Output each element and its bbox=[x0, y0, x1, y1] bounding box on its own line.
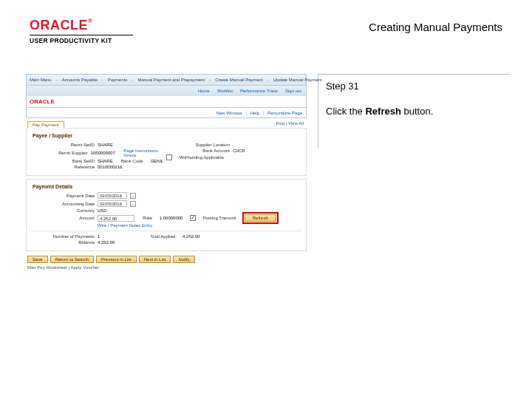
instruction-bold: Refresh bbox=[365, 106, 400, 117]
breadcrumb[interactable]: Create Manual Payment bbox=[215, 78, 263, 82]
withholding-checkbox[interactable] bbox=[166, 154, 172, 160]
section-title: Payment Details bbox=[33, 184, 301, 189]
num-payments-value: 1 bbox=[98, 234, 100, 239]
instruction-pre: Click the bbox=[326, 106, 365, 117]
util-link-perf[interactable]: Performance Trace bbox=[240, 89, 278, 93]
instruction-text: Click the Refresh button. bbox=[326, 105, 502, 119]
balance-value: 4,252.00 bbox=[98, 240, 115, 245]
divider bbox=[31, 231, 301, 231]
total-applied-value: 4,252.00 bbox=[183, 234, 200, 239]
app-util-bar: Home Worklist Performance Trace Sign out bbox=[26, 86, 307, 96]
chevron-right-icon: › bbox=[132, 78, 133, 82]
toolbar-new-window[interactable]: New Window bbox=[213, 111, 247, 115]
breadcrumb[interactable]: Payments bbox=[108, 78, 128, 82]
save-button[interactable]: Save bbox=[27, 256, 48, 263]
toolbar-personalize[interactable]: Personalize Page bbox=[264, 111, 306, 115]
find-view-all-link[interactable]: Find | View All bbox=[276, 121, 304, 126]
app-logo-row: ORACLE bbox=[26, 96, 307, 108]
rate-label: Rate bbox=[143, 216, 152, 220]
notify-button[interactable]: Notify bbox=[173, 256, 194, 263]
payment-date-field[interactable]: 02/05/2016 bbox=[98, 192, 127, 199]
payment-details-panel: Payment Details Payment Date02/05/2016 A… bbox=[26, 179, 307, 251]
breadcrumb[interactable]: Main Menu bbox=[30, 78, 52, 82]
refresh-button[interactable]: Refresh bbox=[245, 214, 276, 222]
toolbar-help[interactable]: Help bbox=[247, 111, 264, 115]
instruction-panel: Step 31 Click the Refresh button. bbox=[318, 74, 510, 149]
payee-panel: Payee / Supplier Remit SetIDSHARE Remit … bbox=[26, 128, 307, 176]
amount-field[interactable]: 4,252.00 bbox=[98, 215, 134, 222]
total-applied-label: Total Applied bbox=[150, 234, 175, 239]
bank-code-label: Bank Code bbox=[121, 159, 143, 163]
brand-subtitle: USER PRODUCTIVITY KIT bbox=[30, 37, 133, 44]
instruction-post: button. bbox=[401, 106, 433, 117]
page-title: Creating Manual Payments bbox=[369, 21, 502, 33]
brand-logo: ORACLE® bbox=[30, 18, 133, 33]
brand-trademark: ® bbox=[88, 18, 92, 24]
reference-label: Reference bbox=[31, 165, 95, 169]
chevron-right-icon: › bbox=[267, 78, 269, 82]
next-button[interactable]: Next in List bbox=[139, 256, 171, 263]
remit-setid-value: SHARE bbox=[98, 143, 113, 147]
num-payments-label: Number of Payments bbox=[31, 234, 95, 239]
embedded-app-screenshot: Main Menu› Accounts Payable› Payments› M… bbox=[26, 74, 307, 270]
breadcrumb[interactable]: Manual Payment and Prepayment bbox=[137, 78, 205, 82]
bank-setid-label: Bank SetID bbox=[31, 159, 95, 163]
wire-notes-link[interactable]: Wire / Payment Notes Entry bbox=[98, 223, 152, 228]
brand-block: ORACLE® USER PRODUCTIVITY KIT bbox=[30, 18, 133, 44]
reference-value: 0010000216 bbox=[98, 165, 122, 169]
brand-logo-text: ORACLE bbox=[30, 18, 88, 33]
breadcrumb[interactable]: Accounts Payable bbox=[62, 78, 98, 82]
balance-label: Balance bbox=[31, 240, 95, 245]
util-link-worklist[interactable]: Worklist bbox=[217, 89, 233, 93]
remit-supplier-value: 1050000007 bbox=[91, 151, 115, 155]
util-link-home[interactable]: Home bbox=[198, 89, 210, 93]
amount-label: Amount bbox=[31, 216, 95, 220]
chevron-right-icon: › bbox=[102, 78, 103, 82]
tab-pay-payment[interactable]: Pay Payment bbox=[27, 121, 64, 129]
return-button[interactable]: Return to Search bbox=[50, 256, 94, 263]
refresh-button-highlight: Refresh bbox=[245, 214, 276, 222]
currency-label: Currency bbox=[31, 208, 95, 213]
related-links[interactable]: Man Pay Worksheet | Apply Voucher bbox=[27, 265, 305, 270]
chevron-right-icon: › bbox=[56, 78, 58, 82]
bank-setid-value: SHARE bbox=[98, 159, 113, 163]
calendar-icon[interactable] bbox=[130, 193, 136, 199]
section-title: Payee / Supplier bbox=[33, 133, 301, 138]
breadcrumb[interactable]: Update Manual Payment bbox=[273, 78, 322, 82]
action-bar: Save Return to Search Previous in List N… bbox=[27, 256, 307, 263]
bank-account-label: Bank Account bbox=[166, 149, 230, 153]
app-toolbar: New Window Help Personalize Page bbox=[26, 108, 307, 118]
chevron-right-icon: › bbox=[209, 78, 211, 82]
currency-value: USD bbox=[98, 208, 107, 213]
rate-value: 1.00000000 bbox=[160, 216, 183, 220]
accounting-date-label: Accounting Date bbox=[31, 202, 95, 206]
bank-code-value: GENIL bbox=[150, 159, 163, 163]
withholding-label: Withholding Applicable bbox=[180, 155, 224, 160]
brand-divider bbox=[30, 35, 133, 35]
calendar-icon[interactable] bbox=[130, 201, 136, 207]
posting-transmit-label: Posting Transmit bbox=[203, 216, 236, 220]
page-instructions-link[interactable]: Page Instructions Group bbox=[123, 149, 166, 157]
supplier-location-label: Supplier Location bbox=[166, 143, 230, 147]
remit-setid-label: Remit SetID bbox=[31, 143, 95, 147]
step-label: Step 31 bbox=[326, 81, 502, 92]
bank-account-value: CHCK bbox=[233, 149, 245, 153]
oracle-logo-text: ORACLE bbox=[30, 98, 55, 105]
util-link-signout[interactable]: Sign out bbox=[285, 89, 301, 93]
payment-date-label: Payment Date bbox=[31, 194, 95, 198]
posting-transmit-checkbox[interactable] bbox=[190, 215, 196, 221]
remit-supplier-label: Remit Supplier bbox=[31, 151, 88, 155]
prev-button[interactable]: Previous in List bbox=[96, 256, 137, 263]
app-breadcrumb-bar: Main Menu› Accounts Payable› Payments› M… bbox=[26, 74, 307, 86]
accounting-date-field[interactable]: 02/05/2016 bbox=[98, 200, 127, 207]
